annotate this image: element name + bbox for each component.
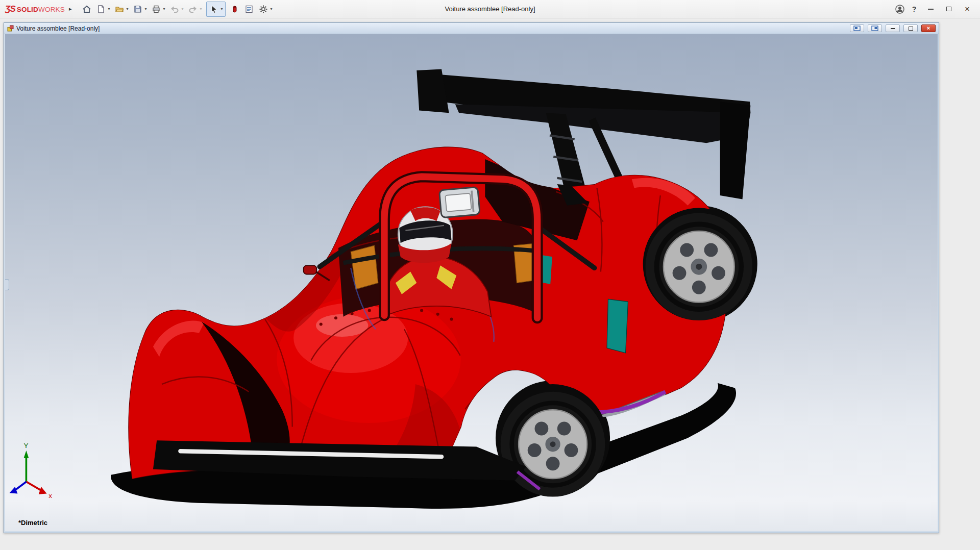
main-window-title: Voiture assomblee [Read-only] (445, 5, 535, 13)
triad-y-label: Y (24, 442, 29, 449)
select-cursor-icon (209, 5, 218, 14)
print-icon (152, 5, 161, 14)
open-dropdown[interactable]: ▾ (125, 7, 130, 11)
3d-viewport[interactable]: Y x *Dimetric (5, 34, 938, 531)
float-window-icon (853, 26, 861, 31)
view-orientation-label: *Dimetric (18, 519, 47, 527)
close-button[interactable]: × (959, 2, 976, 16)
mdi-area: Voiture assomblee [Read-only] × (0, 18, 980, 550)
document-titlebar[interactable]: Voiture assomblee [Read-only] × (4, 23, 939, 34)
select-tool-group[interactable]: ▾ (206, 2, 226, 17)
help-button[interactable]: ? (908, 2, 921, 16)
doc-minimize-button[interactable] (886, 24, 900, 32)
menu-expand-arrow-icon[interactable]: ▸ (69, 6, 72, 12)
account-button[interactable] (893, 2, 906, 16)
car-body[interactable] (128, 147, 729, 480)
restore-icon (946, 7, 951, 11)
doc-restore-button[interactable] (903, 24, 918, 32)
minimize-icon (928, 9, 934, 10)
solidworks-logo-works: WORKS (38, 6, 65, 13)
home-icon (82, 5, 91, 14)
new-document-icon (96, 5, 106, 14)
select-tool-button[interactable] (207, 2, 220, 16)
document-title: Voiture assomblee [Read-only] (16, 25, 100, 32)
new-document-dropdown[interactable]: ▾ (107, 7, 112, 11)
orientation-triad[interactable]: Y x (10, 442, 53, 499)
open-button[interactable] (113, 2, 126, 16)
appearances-icon (230, 5, 239, 14)
rearview-scoop[interactable] (439, 187, 480, 217)
featuremanager-collapse-handle[interactable] (5, 279, 9, 290)
open-folder-icon (115, 5, 124, 14)
solidworks-logo: ƷS SOLIDWORKS (5, 4, 65, 14)
print-button[interactable] (150, 2, 163, 16)
doc-restore-icon (909, 27, 913, 31)
redo-dropdown[interactable]: ▾ (199, 7, 204, 11)
account-icon (895, 4, 905, 14)
appearances-button[interactable] (228, 2, 241, 16)
document-window: Voiture assomblee [Read-only] × (4, 22, 939, 533)
redo-button[interactable] (186, 2, 200, 16)
triad-x-label: x (48, 492, 52, 499)
solidworks-logo-mark: ƷS (5, 4, 15, 14)
document-properties-icon (244, 5, 254, 14)
options-dropdown[interactable]: ▾ (269, 7, 274, 11)
doc-minimize-icon (891, 28, 895, 29)
undo-button[interactable] (168, 2, 181, 16)
document-properties-button[interactable] (242, 2, 256, 16)
print-dropdown[interactable]: ▾ (162, 7, 167, 11)
main-titlebar[interactable]: ƷS SOLIDWORKS ▸ ▾ ▾ ▾ (0, 0, 980, 18)
minimize-button[interactable] (922, 2, 939, 16)
save-icon (133, 5, 142, 14)
doc-close-button[interactable]: × (921, 24, 936, 32)
assembly-document-icon (7, 25, 14, 32)
redo-icon (188, 5, 198, 14)
restore-button[interactable] (940, 2, 958, 16)
save-dropdown[interactable]: ▾ (143, 7, 149, 11)
new-document-button[interactable] (94, 2, 108, 16)
options-button[interactable] (257, 2, 270, 16)
solidworks-logo-solid: SOLID (17, 6, 38, 13)
undo-dropdown[interactable]: ▾ (180, 7, 185, 11)
options-gear-icon (259, 5, 268, 14)
dock-window-icon (871, 26, 878, 31)
3d-model-canvas[interactable]: Y x (5, 34, 938, 531)
select-tool-dropdown[interactable]: ▾ (219, 7, 225, 11)
undo-icon (170, 5, 179, 14)
save-button[interactable] (131, 2, 144, 16)
doc-float-window-button[interactable] (850, 24, 864, 32)
home-button[interactable] (80, 2, 93, 16)
doc-dock-window-button[interactable] (868, 24, 882, 32)
